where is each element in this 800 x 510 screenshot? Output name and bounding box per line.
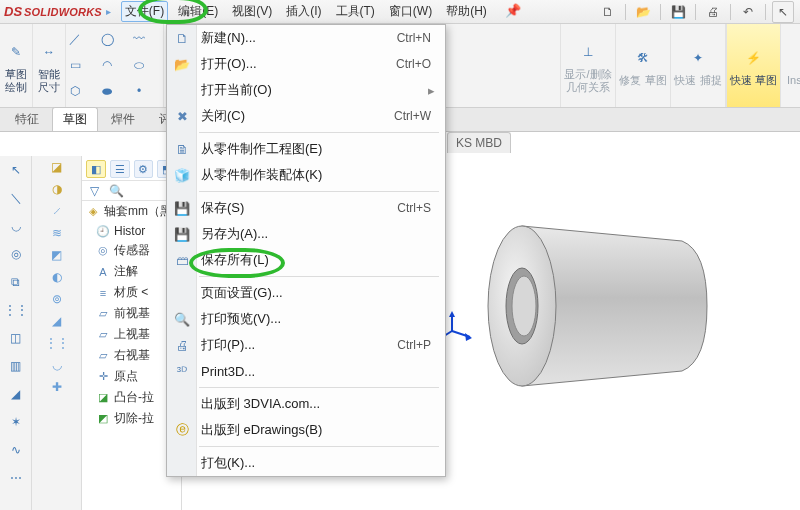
tree-annotations-label: 注解 — [114, 263, 138, 280]
repair-icon: 🛠 — [629, 44, 657, 72]
loft-icon[interactable]: ≋ — [52, 226, 62, 240]
menu-separator — [199, 132, 439, 133]
qat-print-button[interactable]: 🖨 — [702, 2, 724, 22]
ellipse-tool-icon[interactable]: ⬭ — [126, 54, 152, 76]
file-save-all[interactable]: 🗃 保存所有(L) — [167, 247, 445, 273]
file-publish-edrawings[interactable]: ⓔ 出版到 eDrawings(B) — [167, 417, 445, 443]
file-print[interactable]: 🖨 打印(P)... Ctrl+P — [167, 332, 445, 358]
file-close[interactable]: ✖ 关闭(C) Ctrl+W — [167, 103, 445, 129]
file-save[interactable]: 💾 保存(S) Ctrl+S — [167, 195, 445, 221]
file-print-shortcut: Ctrl+P — [397, 338, 445, 352]
fillet-icon[interactable]: ◡ — [5, 216, 27, 236]
new-icon: 🗋 — [172, 31, 192, 46]
side-icon-panel: ◪ ◑ ⟋ ≋ ◩ ◐ ⊚ ◢ ⋮⋮ ◡ ✚ — [32, 156, 82, 510]
hole-wizard-icon[interactable]: ⊚ — [52, 292, 62, 306]
rapid-sketch-button[interactable]: ⚡ 快速 草图 — [726, 24, 781, 107]
instant2d-label: Instant2D — [787, 74, 800, 86]
menu-separator — [199, 191, 439, 192]
arc-tool-icon[interactable]: ◠ — [94, 54, 120, 76]
cut-extrude-icon[interactable]: ◩ — [51, 248, 62, 262]
tree-history-label: Histor — [114, 224, 145, 238]
repair-sketch-button[interactable]: 🛠 修复 草图 — [616, 24, 671, 107]
sweep-icon[interactable]: ⟋ — [51, 204, 63, 218]
file-print-preview[interactable]: 🔍 打印预览(V)... — [167, 306, 445, 332]
tree-tab-feature[interactable]: ◧ — [86, 160, 106, 178]
rib-icon[interactable]: ▥ — [5, 356, 27, 376]
qat-new-button[interactable]: 🗋 — [597, 2, 619, 22]
reference-icon[interactable]: ✚ — [52, 380, 62, 394]
mirror-icon[interactable]: ⧉ — [5, 272, 27, 292]
point-tool-icon[interactable]: • — [126, 80, 152, 102]
chevron-right-icon[interactable]: ▸ — [106, 6, 111, 17]
line-icon[interactable]: ＼ — [5, 188, 27, 208]
file-open-current[interactable]: 打开当前(O) ▸ — [167, 77, 445, 103]
tree-tab-config[interactable]: ⚙ — [134, 160, 154, 178]
sketch-button[interactable]: ✎ 草图 绘制 — [0, 24, 33, 107]
print-icon: 🖨 — [172, 338, 192, 353]
menu-help[interactable]: 帮助(H) — [442, 1, 491, 22]
file-save-as[interactable]: 💾 另存为(A)... — [167, 221, 445, 247]
search-icon[interactable]: 🔍 — [108, 184, 124, 198]
file-open-shortcut: Ctrl+O — [396, 57, 445, 71]
file-save-label: 保存(S) — [201, 199, 244, 217]
linear-pattern-icon[interactable]: ⋮⋮ — [45, 336, 69, 350]
file-make-drawing[interactable]: 🗎 从零件制作工程图(E) — [167, 136, 445, 162]
line-tool-icon[interactable]: ／ — [62, 28, 88, 50]
close-icon: ✖ — [172, 109, 192, 124]
tab-weldment[interactable]: 焊件 — [100, 107, 146, 131]
polygon-tool-icon[interactable]: ⬡ — [62, 80, 88, 102]
cut-revolve-icon[interactable]: ◐ — [52, 270, 62, 284]
qat-undo-button[interactable]: ↶ — [737, 2, 759, 22]
file-publish-edrawings-label: 出版到 eDrawings(B) — [201, 421, 322, 439]
circle-tool-icon[interactable]: ◯ — [94, 28, 120, 50]
file-print3d[interactable]: ³ᴰ Print3D... — [167, 358, 445, 384]
more-icon[interactable]: ⋯ — [5, 468, 27, 488]
menu-tools[interactable]: 工具(T) — [332, 1, 379, 22]
hole-icon[interactable]: ◎ — [5, 244, 27, 264]
select-icon[interactable]: ↖ — [5, 160, 27, 180]
boss-icon: ◪ — [96, 391, 110, 405]
tab-mbd[interactable]: KS MBD — [447, 132, 511, 153]
pattern-icon[interactable]: ⋮⋮ — [5, 300, 27, 320]
rect-tool-icon[interactable]: ▭ — [62, 54, 88, 76]
filter-icon[interactable]: ▽ — [86, 184, 102, 198]
revolve-icon[interactable]: ◑ — [52, 182, 62, 196]
file-page-setup[interactable]: 页面设置(G)... — [167, 280, 445, 306]
file-new[interactable]: 🗋 新建(N)... Ctrl+N — [167, 25, 445, 51]
sketch-tools-group: ／ ◯ 〰 ▭ ◠ ⬭ ⬡ ⬬ • — [60, 24, 164, 107]
qat-select-button[interactable]: ↖ — [772, 1, 794, 23]
qat-save-button[interactable]: 💾 — [667, 2, 689, 22]
shell-icon[interactable]: ◫ — [5, 328, 27, 348]
tree-tab-property[interactable]: ☰ — [110, 160, 130, 178]
plane-icon: ▱ — [96, 349, 110, 363]
qat-open-button[interactable]: 📂 — [632, 2, 654, 22]
pin-icon[interactable]: 📌 — [501, 1, 525, 22]
tab-feature[interactable]: 特征 — [4, 107, 50, 131]
fillet2-icon[interactable]: ◡ — [52, 358, 62, 372]
show-delete-relations-button[interactable]: ⊥ 显示/删除 几何关系 — [561, 24, 616, 107]
file-open[interactable]: 📂 打开(O)... Ctrl+O — [167, 51, 445, 77]
chamfer-icon[interactable]: ◢ — [52, 314, 61, 328]
rapid-sketch-label: 快速 草图 — [730, 74, 777, 86]
file-make-assembly[interactable]: 🧊 从零件制作装配体(K) — [167, 162, 445, 188]
draft-icon[interactable]: ◢ — [5, 384, 27, 404]
file-publish-3dvia[interactable]: 出版到 3DVIA.com... — [167, 391, 445, 417]
curves-icon[interactable]: ∿ — [5, 440, 27, 460]
menu-file[interactable]: 文件(F) — [121, 1, 168, 22]
menu-insert[interactable]: 插入(I) — [282, 1, 325, 22]
tab-sketch[interactable]: 草图 — [52, 107, 98, 131]
separator — [695, 4, 696, 20]
file-pack[interactable]: 打包(K)... — [167, 450, 445, 476]
snap-icon: ✦ — [684, 44, 712, 72]
menu-window[interactable]: 窗口(W) — [385, 1, 436, 22]
print3d-icon: ³ᴰ — [172, 364, 192, 379]
rapid-snap-button[interactable]: ✦ 快速 捕捉 — [671, 24, 726, 107]
slot-tool-icon[interactable]: ⬬ — [94, 80, 120, 102]
spline-tool-icon[interactable]: 〰 — [126, 28, 152, 50]
ref-geom-icon[interactable]: ✶ — [5, 412, 27, 432]
menu-edit[interactable]: 编辑(E) — [174, 1, 222, 22]
instant2d-button[interactable]: ⊕ Instant2D — [781, 24, 800, 107]
file-pack-label: 打包(K)... — [201, 454, 255, 472]
boss-extrude-icon[interactable]: ◪ — [51, 160, 62, 174]
menu-view[interactable]: 视图(V) — [228, 1, 276, 22]
